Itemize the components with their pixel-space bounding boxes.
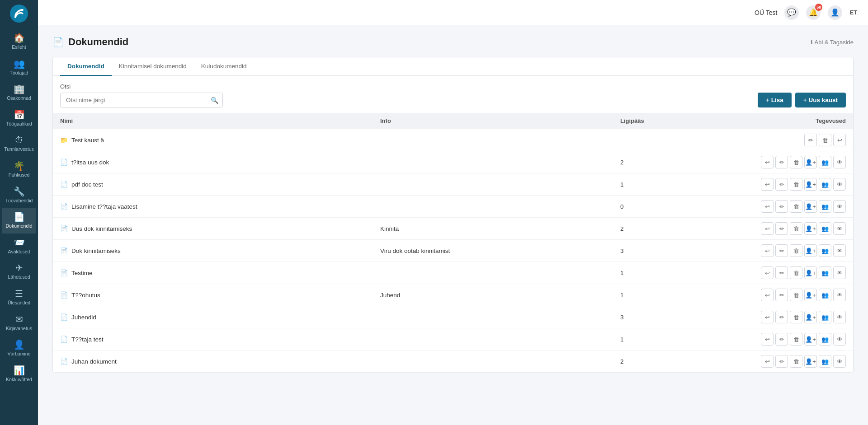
restore-button[interactable]: ↩ <box>761 289 774 301</box>
restore-button[interactable]: ↩ <box>761 266 774 279</box>
table-row: 📄 Juhendid 3 ↩ ✏ 🗑 👤+ 👥 👁 <box>53 306 853 328</box>
chat-icon-btn[interactable]: 💬 <box>784 5 799 20</box>
edit-button[interactable]: ✏ <box>775 178 788 191</box>
users-button[interactable]: 👥 <box>819 178 831 191</box>
delete-button[interactable]: 🗑 <box>790 178 802 191</box>
view-button[interactable]: 👁 <box>833 289 846 301</box>
restore-button[interactable]: ↩ <box>761 333 774 346</box>
sidebar-item-esileht[interactable]: 🏠 Esileht <box>2 29 36 55</box>
sidebar-item-avaldused[interactable]: 📨 Avaldused <box>2 234 36 259</box>
view-button[interactable]: 👁 <box>833 333 846 346</box>
users-button[interactable]: 👥 <box>819 200 831 213</box>
users-button[interactable]: 👥 <box>819 156 831 168</box>
view-button[interactable]: 👁 <box>833 244 846 257</box>
help-link[interactable]: ℹ Abi & Tagaside <box>811 39 854 46</box>
restore-button[interactable]: ↩ <box>761 222 774 235</box>
edit-button[interactable]: ✏ <box>775 355 788 368</box>
tab-kulud[interactable]: Kuludokumendid <box>194 57 254 76</box>
delete-button[interactable]: 🗑 <box>790 156 802 168</box>
cell-access: 2 <box>613 218 693 240</box>
sidebar-label-ulesanded: Ülesanded <box>8 300 30 306</box>
sidebar-label-puhkused: Puhkused <box>9 172 30 178</box>
tab-kinnitamisel[interactable]: Kinnitamisel dokumendid <box>112 57 194 76</box>
edit-button[interactable]: ✏ <box>775 333 788 346</box>
users-button[interactable]: 👥 <box>819 244 831 257</box>
tabs-container: DokumendidKinnitamisel dokumendidKuludok… <box>53 57 853 76</box>
search-icon[interactable]: 🔍 <box>211 97 218 104</box>
edit-button[interactable]: ✏ <box>775 156 788 168</box>
sidebar-item-kirjavahetus[interactable]: ✉ Kirjavahetus <box>2 310 36 336</box>
delete-button[interactable]: 🗑 <box>790 244 802 257</box>
delete-button[interactable]: 🗑 <box>790 200 802 213</box>
notification-badge: 58 <box>815 4 822 11</box>
share-button[interactable]: ↩ <box>833 134 846 146</box>
sidebar-item-lahetused[interactable]: ✈ Lähetused <box>2 259 36 285</box>
new-folder-button[interactable]: + Uus kaust <box>795 93 846 107</box>
sidebar-item-varbamine[interactable]: 👤 Värbamine <box>2 336 36 361</box>
edit-button[interactable]: ✏ <box>775 311 788 323</box>
users-button[interactable]: 👥 <box>819 333 831 346</box>
add-user-button[interactable]: 👤+ <box>804 311 817 323</box>
view-button[interactable]: 👁 <box>833 222 846 235</box>
view-button[interactable]: 👁 <box>833 311 846 323</box>
cell-name: 📄 Uus dok kinnitamiseks <box>53 218 373 240</box>
delete-button[interactable]: 🗑 <box>790 289 802 301</box>
document-icon: 📄 <box>60 269 68 276</box>
sidebar-item-tunniarvestus[interactable]: ⏱ Tunniarvestus <box>2 131 36 157</box>
edit-button[interactable]: ✏ <box>775 200 788 213</box>
delete-button[interactable]: 🗑 <box>790 266 802 279</box>
restore-button[interactable]: ↩ <box>761 156 774 168</box>
user-avatar[interactable]: 👤 <box>828 5 842 20</box>
sidebar-icon-toogaafikud: 📅 <box>14 110 25 119</box>
add-user-button[interactable]: 👤+ <box>804 355 817 368</box>
sidebar-item-osakonnad[interactable]: 🏢 Osakonnad <box>2 80 36 106</box>
users-button[interactable]: 👥 <box>819 289 831 301</box>
sidebar-item-tootajad[interactable]: 👥 Töötajad <box>2 55 36 80</box>
restore-button[interactable]: ↩ <box>761 244 774 257</box>
delete-button[interactable]: 🗑 <box>790 222 802 235</box>
sidebar-item-puhkused[interactable]: 🌴 Puhkused <box>2 157 36 182</box>
restore-button[interactable]: ↩ <box>761 178 774 191</box>
users-button[interactable]: 👥 <box>819 266 831 279</box>
sidebar-item-ulesanded[interactable]: ☰ Ülesanded <box>2 285 36 310</box>
sidebar-item-kokkuvotted[interactable]: 📊 Kokkuvõtted <box>2 361 36 387</box>
search-input[interactable] <box>60 93 223 107</box>
view-button[interactable]: 👁 <box>833 200 846 213</box>
edit-button[interactable]: ✏ <box>804 134 817 146</box>
edit-button[interactable]: ✏ <box>775 266 788 279</box>
add-user-button[interactable]: 👤+ <box>804 244 817 257</box>
view-button[interactable]: 👁 <box>833 156 846 168</box>
delete-button[interactable]: 🗑 <box>790 333 802 346</box>
restore-button[interactable]: ↩ <box>761 311 774 323</box>
add-button[interactable]: + Lisa <box>758 93 792 107</box>
table-header-row: Nimi Info Ligipääs Tegevused <box>53 113 853 129</box>
edit-button[interactable]: ✏ <box>775 244 788 257</box>
add-user-button[interactable]: 👤+ <box>804 266 817 279</box>
sidebar-item-toovahendid[interactable]: 🔧 Töövahendid <box>2 182 36 208</box>
delete-button[interactable]: 🗑 <box>790 355 802 368</box>
view-button[interactable]: 👁 <box>833 178 846 191</box>
add-user-button[interactable]: 👤+ <box>804 178 817 191</box>
sidebar-item-dokumendid[interactable]: 📄 Dokumendid <box>2 208 36 234</box>
add-user-button[interactable]: 👤+ <box>804 222 817 235</box>
edit-button[interactable]: ✏ <box>775 289 788 301</box>
delete-button[interactable]: 🗑 <box>790 311 802 323</box>
users-button[interactable]: 👥 <box>819 311 831 323</box>
users-button[interactable]: 👥 <box>819 355 831 368</box>
edit-button[interactable]: ✏ <box>775 222 788 235</box>
add-user-button[interactable]: 👤+ <box>804 333 817 346</box>
tab-dokumendid[interactable]: Dokumendid <box>60 57 112 76</box>
app-logo[interactable] <box>9 4 29 23</box>
sidebar-item-toogaafikud[interactable]: 📅 Töögaafikud <box>2 106 36 131</box>
view-button[interactable]: 👁 <box>833 355 846 368</box>
restore-button[interactable]: ↩ <box>761 355 774 368</box>
add-user-button[interactable]: 👤+ <box>804 200 817 213</box>
add-user-button[interactable]: 👤+ <box>804 156 817 168</box>
cell-access: 3 <box>613 240 693 262</box>
users-button[interactable]: 👥 <box>819 222 831 235</box>
delete-button[interactable]: 🗑 <box>819 134 831 146</box>
notifications-icon-btn[interactable]: 🔔 58 <box>806 5 821 20</box>
add-user-button[interactable]: 👤+ <box>804 289 817 301</box>
restore-button[interactable]: ↩ <box>761 200 774 213</box>
view-button[interactable]: 👁 <box>833 266 846 279</box>
